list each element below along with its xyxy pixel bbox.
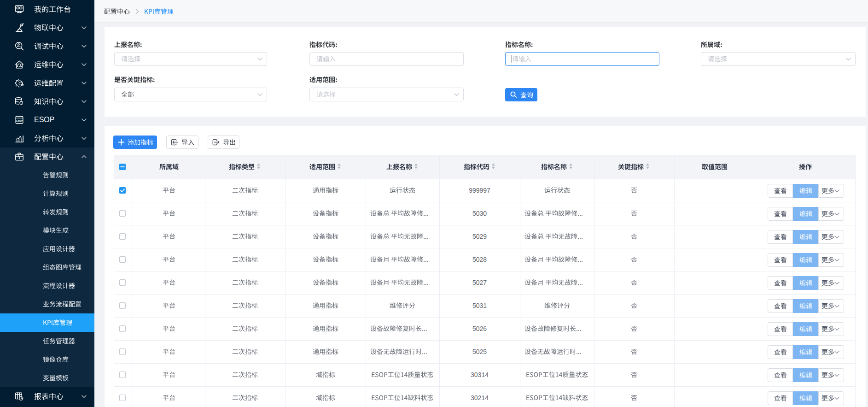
svg-text:ESOP: ESOP — [16, 119, 23, 122]
